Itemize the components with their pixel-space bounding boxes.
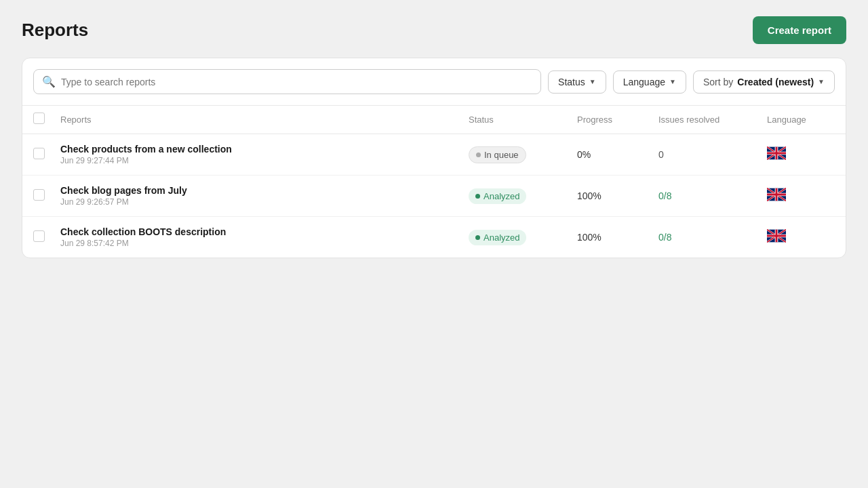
toolbar: 🔍 Status ▼ Language ▼ Sort by Created (n…: [22, 58, 846, 106]
search-input[interactable]: [61, 77, 532, 87]
col-header-language: Language: [767, 115, 835, 125]
language-filter-button[interactable]: Language ▼: [613, 70, 686, 94]
page-title: Reports: [22, 20, 88, 41]
issues-cell: 0: [658, 149, 767, 160]
status-label: Analyzed: [484, 191, 519, 201]
row-checkbox-cell: [33, 189, 60, 203]
sort-button[interactable]: Sort by Created (newest) ▼: [693, 70, 835, 94]
row-checkbox-1[interactable]: [33, 189, 45, 201]
language-cell: [767, 146, 835, 163]
language-cell: [767, 229, 835, 245]
report-date: Jun 29 9:27:44 PM: [60, 156, 469, 165]
language-filter-label: Language: [623, 77, 665, 87]
status-cell: In queue: [469, 146, 577, 163]
status-label: Analyzed: [484, 232, 519, 243]
report-info: Check collection BOOTS description Jun 2…: [60, 226, 469, 248]
row-checkbox-cell: [33, 148, 60, 162]
col-header-issues: Issues resolved: [658, 115, 767, 125]
language-chevron-icon: ▼: [669, 78, 676, 85]
col-header-progress: Progress: [577, 115, 658, 125]
row-checkbox-2[interactable]: [33, 230, 45, 242]
create-report-button[interactable]: Create report: [753, 16, 846, 44]
select-all-checkbox[interactable]: [33, 113, 45, 124]
status-filter-label: Status: [558, 77, 585, 87]
report-name: Check blog pages from July: [60, 185, 469, 196]
header-checkbox-cell: [33, 113, 60, 127]
table-header: Reports Status Progress Issues resolved …: [22, 106, 846, 134]
status-cell: Analyzed: [469, 188, 577, 204]
report-name: Check collection BOOTS description: [60, 226, 469, 237]
search-icon: 🔍: [42, 75, 56, 88]
report-info: Check blog pages from July Jun 29 9:26:5…: [60, 185, 469, 207]
table-body: Check products from a new collection Jun…: [22, 134, 846, 258]
table-row[interactable]: Check products from a new collection Jun…: [22, 134, 846, 176]
status-label: In queue: [484, 150, 519, 160]
sort-chevron-icon: ▼: [818, 78, 825, 85]
status-badge: Analyzed: [469, 230, 526, 245]
status-badge: Analyzed: [469, 188, 526, 204]
report-name: Check products from a new collection: [60, 144, 469, 155]
page-header: Reports Create report: [22, 16, 846, 44]
issues-cell: 0/8: [658, 190, 767, 201]
status-filter-button[interactable]: Status ▼: [548, 70, 606, 94]
issues-cell: 0/8: [658, 232, 767, 243]
status-cell: Analyzed: [469, 230, 577, 245]
search-wrapper: 🔍: [33, 69, 541, 94]
row-checkbox-cell: [33, 230, 60, 245]
table-row[interactable]: Check blog pages from July Jun 29 9:26:5…: [22, 176, 846, 217]
report-date: Jun 29 9:26:57 PM: [60, 197, 469, 207]
report-info: Check products from a new collection Jun…: [60, 144, 469, 165]
sort-value: Created (newest): [737, 77, 814, 87]
uk-flag-icon: [767, 146, 786, 160]
row-checkbox-0[interactable]: [33, 148, 45, 159]
sort-prefix: Sort by: [703, 77, 733, 87]
progress-cell: 100%: [577, 190, 658, 201]
status-badge: In queue: [469, 146, 526, 163]
status-chevron-icon: ▼: [589, 78, 596, 85]
status-dot-icon: [476, 152, 481, 157]
progress-cell: 100%: [577, 232, 658, 243]
col-header-status: Status: [469, 115, 577, 125]
status-dot-icon: [475, 194, 480, 199]
uk-flag-icon: [767, 188, 786, 201]
report-date: Jun 29 8:57:42 PM: [60, 239, 469, 248]
uk-flag-icon: [767, 229, 786, 243]
status-dot-icon: [475, 235, 480, 240]
language-cell: [767, 188, 835, 204]
table-row[interactable]: Check collection BOOTS description Jun 2…: [22, 217, 846, 258]
progress-cell: 0%: [577, 149, 658, 160]
reports-card: 🔍 Status ▼ Language ▼ Sort by Created (n…: [22, 58, 846, 258]
col-header-reports: Reports: [60, 115, 469, 125]
